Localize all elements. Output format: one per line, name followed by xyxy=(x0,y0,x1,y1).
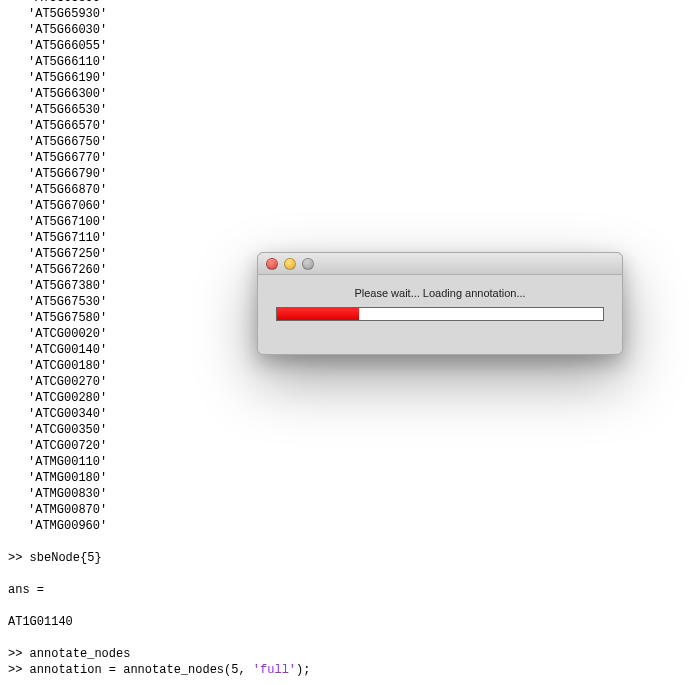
progress-fill xyxy=(277,308,359,320)
list-item: 'AT5G65930' xyxy=(8,6,681,22)
list-item: 'AT5G66055' xyxy=(8,38,681,54)
command-line: >> sbeNode{5} xyxy=(8,550,681,566)
list-item: 'AT5G67110' xyxy=(8,230,681,246)
list-item: 'AT5G66300' xyxy=(8,86,681,102)
minimize-icon[interactable] xyxy=(284,258,296,270)
list-item: 'AT5G66030' xyxy=(8,22,681,38)
list-item: 'ATMG00180' xyxy=(8,470,681,486)
list-item: 'ATCG00270' xyxy=(8,374,681,390)
list-item: 'AT5G66790' xyxy=(8,166,681,182)
list-item: 'AT5G66530' xyxy=(8,102,681,118)
progress-dialog: Please wait... Loading annotation... xyxy=(257,252,623,355)
progress-bar xyxy=(276,307,604,321)
list-item: 'ATMG00830' xyxy=(8,486,681,502)
list-item: 'AT5G66570' xyxy=(8,118,681,134)
zoom-icon[interactable] xyxy=(302,258,314,270)
list-item: 'ATMG00110' xyxy=(8,454,681,470)
list-item: 'ATMG00870' xyxy=(8,502,681,518)
command-line: >> annotation = annotate_nodes(5, 'full'… xyxy=(8,662,681,678)
dialog-titlebar[interactable] xyxy=(258,253,622,275)
list-item: 'AT5G67060' xyxy=(8,198,681,214)
list-item: 'AT5G67100' xyxy=(8,214,681,230)
list-item: 'ATCG00340' xyxy=(8,406,681,422)
list-item: 'ATCG00720' xyxy=(8,438,681,454)
dialog-body: Please wait... Loading annotation... xyxy=(258,275,622,333)
list-item: 'AT5G66770' xyxy=(8,150,681,166)
command-line: >> annotate_nodes xyxy=(8,646,681,662)
list-item: 'AT5G66750' xyxy=(8,134,681,150)
ans-value: AT1G01140 xyxy=(8,614,681,630)
list-item: 'AT5G66870' xyxy=(8,182,681,198)
list-item: 'ATCG00280' xyxy=(8,390,681,406)
close-icon[interactable] xyxy=(266,258,278,270)
list-item: 'AT5G66190' xyxy=(8,70,681,86)
list-item: 'ATCG00350' xyxy=(8,422,681,438)
ans-label: ans = xyxy=(8,582,681,598)
list-item: 'AT5G66110' xyxy=(8,54,681,70)
list-item: 'ATCG00180' xyxy=(8,358,681,374)
dialog-message: Please wait... Loading annotation... xyxy=(276,287,604,299)
list-item: 'ATMG00960' xyxy=(8,518,681,534)
